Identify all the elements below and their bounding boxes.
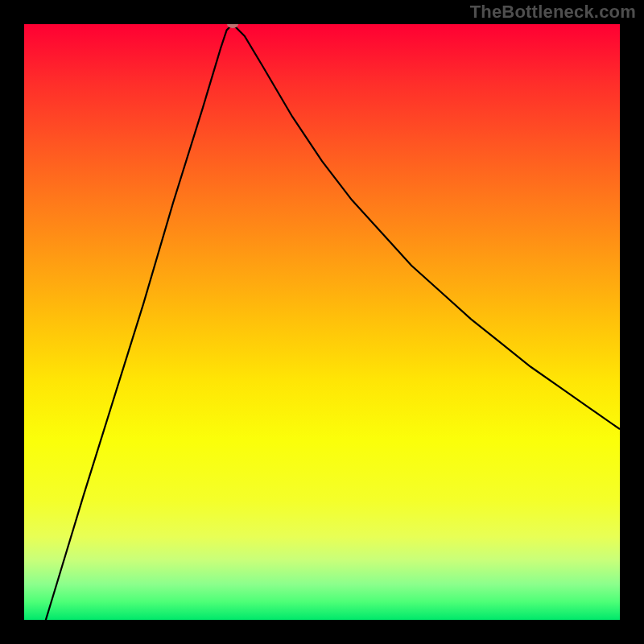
- bottleneck-curve: [24, 24, 620, 620]
- watermark-text: TheBottleneck.com: [470, 2, 636, 23]
- chart-frame: TheBottleneck.com: [0, 0, 644, 644]
- plot-area: [24, 24, 620, 620]
